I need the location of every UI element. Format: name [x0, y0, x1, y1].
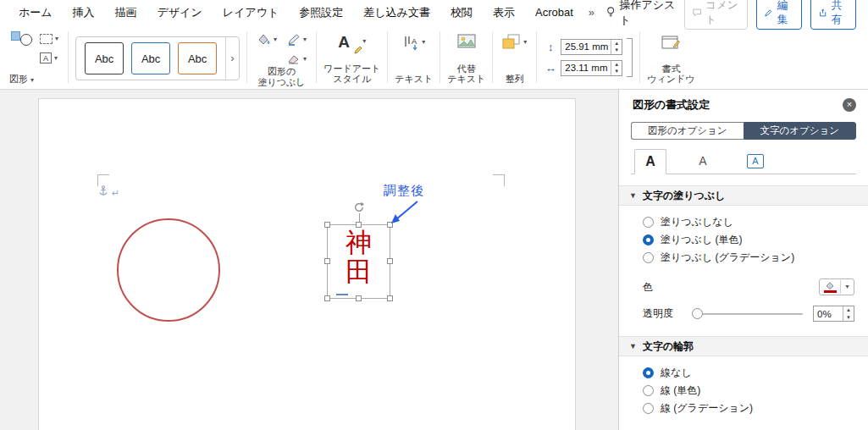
wordart-icon: A	[338, 33, 360, 53]
menu-tab-view[interactable]: 表示	[483, 5, 525, 20]
tab-text-fill-outline[interactable]: A	[634, 149, 666, 174]
arrange-button[interactable]: ▾	[500, 32, 529, 52]
size-group: ↕ 25.91 mm ▲▼ ↔ 23.11 mm ▲▼	[541, 27, 635, 87]
radio-icon	[643, 252, 654, 263]
selection-tool-button[interactable]: ▾	[37, 32, 61, 46]
radio-icon	[643, 385, 654, 396]
text-outline-section-header[interactable]: ▼ 文字の輪郭	[619, 336, 868, 356]
radio-checked-icon	[643, 234, 654, 245]
group-divider	[246, 31, 247, 83]
menu-tab-design[interactable]: デザイン	[147, 5, 213, 20]
tab-textbox-layout[interactable]: A	[739, 148, 771, 174]
menu-tab-review[interactable]: 校閲	[440, 5, 483, 20]
resize-handle-top-middle[interactable]	[356, 222, 362, 228]
slider-thumb[interactable]	[692, 308, 703, 319]
radio-icon	[643, 403, 654, 414]
text-direction-button[interactable]: A ▾	[400, 32, 428, 52]
spinner-down-icon[interactable]: ▼	[843, 314, 854, 322]
style-preset-2[interactable]: Abc	[131, 42, 170, 74]
annotation-callout-label[interactable]: 調整後	[384, 183, 424, 199]
resize-handle-bottom-right[interactable]	[387, 295, 393, 301]
transparency-value[interactable]: 0%	[814, 306, 843, 321]
menu-tab-insert[interactable]: 挿入	[63, 5, 105, 20]
slider-track[interactable]	[692, 313, 803, 315]
fill-option-solid[interactable]: 塗りつぶし (単色)	[643, 231, 868, 249]
text-fill-icon: A	[645, 154, 655, 169]
outline-option-solid[interactable]: 線 (単色)	[643, 382, 868, 400]
text-outline-section-title: 文字の輪郭	[643, 339, 694, 354]
transparency-spinner[interactable]: ▲▼	[843, 306, 854, 321]
width-spinner[interactable]: ▲▼	[611, 61, 622, 75]
spinner-down-icon[interactable]: ▼	[611, 68, 622, 75]
fill-color-picker-button[interactable]: ▾	[819, 278, 854, 295]
share-button[interactable]: 共有	[810, 0, 856, 30]
paint-bucket-icon	[257, 33, 271, 46]
top-actions: コメント 編集 共有	[684, 0, 860, 30]
tab-text-options[interactable]: 文字のオプション	[744, 122, 857, 140]
resize-handle-middle-right[interactable]	[387, 258, 393, 264]
textbox-vertical-text[interactable]: 神 田	[328, 225, 390, 298]
resize-handle-middle-left[interactable]	[324, 258, 330, 264]
resize-handle-top-left[interactable]	[324, 222, 330, 228]
radio-icon	[643, 217, 654, 228]
tell-me-assistant[interactable]: 操作アシスト	[600, 0, 684, 28]
format-window-button[interactable]	[659, 32, 683, 52]
alt-text-button[interactable]	[455, 32, 478, 51]
fill-color-icon	[820, 281, 840, 293]
outline-option-gradient[interactable]: 線 (グラデーション)	[643, 400, 868, 417]
spinner-up-icon[interactable]: ▲	[611, 40, 622, 47]
red-circle-shape[interactable]	[117, 218, 220, 322]
text-group-label: テキスト	[395, 74, 433, 86]
gallery-expand-button[interactable]: ›	[225, 37, 239, 80]
insert-shape-button[interactable]: 図形 ▾	[9, 28, 34, 86]
text-group: A ▾ テキスト	[392, 27, 435, 87]
style-preset-3[interactable]: Abc	[178, 42, 217, 74]
text-fill-section-header[interactable]: ▼ 文字の塗りつぶし	[619, 185, 868, 206]
pen-icon	[287, 33, 301, 46]
resize-handle-bottom-left[interactable]	[324, 295, 330, 301]
tab-text-effects[interactable]: A	[687, 148, 719, 174]
menu-tab-mailings[interactable]: 差し込み文書	[353, 5, 440, 20]
menu-tab-references[interactable]: 参照設定	[289, 5, 353, 20]
arrange-label: 整列	[506, 74, 524, 86]
shape-height-stepper[interactable]: 25.91 mm ▲▼	[561, 39, 622, 55]
shape-width-value[interactable]: 23.11 mm	[561, 61, 611, 75]
style-preset-1[interactable]: Abc	[85, 42, 124, 74]
menu-tab-draw[interactable]: 描画	[105, 5, 147, 20]
fill-option-gradient[interactable]: 塗りつぶし (グラデーション)	[643, 249, 868, 267]
comments-button[interactable]: コメント	[684, 0, 749, 30]
close-icon[interactable]: ×	[843, 98, 856, 112]
radio-checked-icon	[643, 367, 654, 378]
shape-fill-button[interactable]: ▾	[254, 31, 279, 47]
text-box-button[interactable]: A▾	[37, 51, 61, 65]
spinner-up-icon[interactable]: ▲	[611, 61, 622, 69]
transparency-slider[interactable]	[692, 308, 803, 319]
spinner-down-icon[interactable]: ▼	[611, 47, 622, 54]
selected-textbox[interactable]: 神 田	[327, 224, 390, 299]
fill-color-row: 色 ▾	[643, 278, 854, 295]
menu-overflow-chevron[interactable]: »	[583, 6, 600, 19]
fill-option-none[interactable]: 塗りつぶしなし	[643, 213, 868, 231]
spinner-up-icon[interactable]: ▲	[843, 306, 854, 314]
wordart-styles-button[interactable]: A ▾	[335, 28, 368, 55]
eraser-icon	[287, 53, 301, 64]
chevron-down-icon: ▾	[54, 55, 58, 62]
menu-tab-layout[interactable]: レイアウト	[213, 5, 290, 20]
shape-height-row: ↕ 25.91 mm ▲▼	[544, 39, 622, 55]
document-canvas[interactable]: ↵ 神 田 調整後	[0, 90, 618, 430]
resize-handle-bottom-middle[interactable]	[356, 295, 362, 301]
outline-option-none[interactable]: 線なし	[643, 364, 868, 382]
height-spinner[interactable]: ▲▼	[611, 40, 622, 54]
transparency-stepper[interactable]: 0% ▲▼	[813, 306, 854, 322]
menu-tab-home[interactable]: ホーム	[8, 5, 63, 20]
shape-outline-button[interactable]: ▾	[285, 31, 309, 47]
shape-height-value[interactable]: 25.91 mm	[561, 40, 611, 54]
menu-tab-acrobat[interactable]: Acrobat	[525, 6, 583, 19]
editing-mode-button[interactable]: 編集	[756, 0, 802, 30]
tab-shape-options[interactable]: 図形のオプション	[631, 122, 744, 140]
rotation-handle[interactable]	[353, 201, 365, 213]
text-outline-options: 線なし 線 (単色) 線 (グラデーション)	[619, 356, 868, 417]
shape-width-stepper[interactable]: 23.11 mm ▲▼	[561, 60, 622, 76]
chevron-down-icon: ▼	[629, 342, 637, 350]
shape-effects-button[interactable]: ▾	[285, 52, 309, 66]
